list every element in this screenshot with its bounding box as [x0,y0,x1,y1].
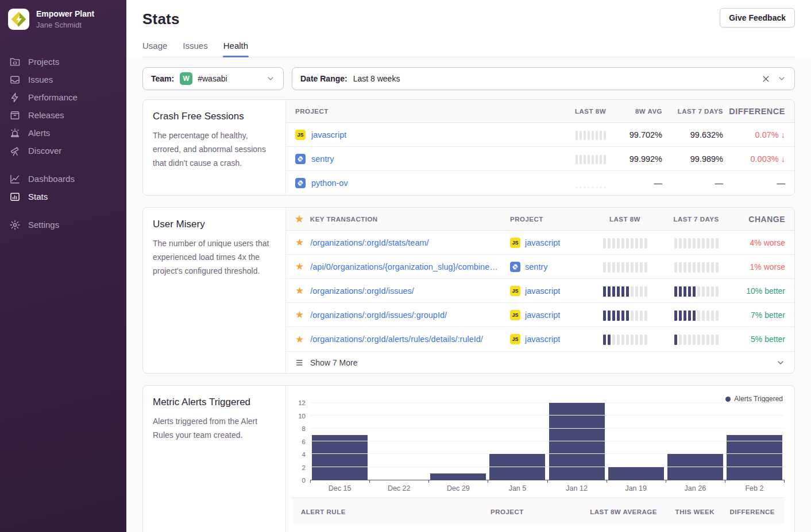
column-change: CHANGE [725,215,785,224]
crash-free-sessions-panel: Crash Free Sessions The percentage of he… [142,99,795,196]
sidebar-item-releases[interactable]: Releases [0,106,126,124]
chevron-down-icon[interactable] [266,74,275,83]
change-value: 10% better [725,286,785,296]
table-row: ★/api/0/organizations/{organization_slug… [286,255,794,279]
y-tick-label: 12 [298,399,306,406]
org-name: Empower Plant [36,9,94,20]
sidebar-item-label: Dashboards [28,174,75,184]
sidebar-item-label: Discover [28,146,61,156]
project-link[interactable]: sentry [311,154,334,164]
team-value: #wasabi [198,74,227,83]
panel-description: The percentage of healthy, errored, and … [153,129,276,170]
filter-bar: Team: W #wasabi Date Range: Last 8 weeks [142,67,795,90]
project-link[interactable]: javascript [525,335,560,344]
chevron-down-icon[interactable] [777,74,786,83]
sidebar-item-label: Performance [28,92,78,102]
column-last-8w: LAST 8W [596,216,654,223]
y-tick-label: 10 [298,413,306,420]
transaction-link[interactable]: /organizations/:orgId/alerts/rules/detai… [310,335,483,344]
javascript-icon: JS [510,310,520,320]
python-icon [510,262,520,272]
sidebar-item-projects[interactable]: Projects [0,53,126,71]
transaction-link[interactable]: /organizations/:orgId/issues/ [310,286,414,296]
date-range-value: Last 8 weeks [353,74,400,83]
last-7-days-value: 99.632% [662,130,723,139]
chevron-down-icon [776,358,785,367]
transaction-link[interactable]: /organizations/:orgId/stats/team/ [310,238,428,247]
metric-alerts-chart: Alerts Triggered 024681012 Dec 15Dec 22D… [286,386,794,532]
bar-jan-26 [667,454,723,480]
sidebar-item-label: Releases [28,110,64,120]
star-icon[interactable]: ★ [295,310,304,320]
panel-description: The number of unique users that experien… [153,236,276,278]
tab-issues[interactable]: Issues [183,41,207,57]
star-icon[interactable]: ★ [295,335,304,344]
star-icon[interactable]: ★ [295,238,304,247]
sidebar-item-dashboards[interactable]: Dashboards [0,170,126,188]
alert-rules-table-header: ALERT RULE PROJECT LAST 8W AVERAGE THIS … [292,498,784,524]
change-value: 1% worse [725,262,785,271]
misery-table-body: ★/organizations/:orgId/stats/team/JSjava… [286,231,794,351]
projects-icon [9,56,21,68]
sidebar-item-alerts[interactable]: Alerts [0,124,126,142]
table-row: ★/organizations/:orgId/issues/:groupId/J… [286,303,794,327]
transaction-link[interactable]: /organizations/:orgId/issues/:groupId/ [310,310,447,320]
team-select[interactable]: Team: W #wasabi [142,67,284,90]
sidebar-item-issues[interactable]: Issues [0,71,126,88]
project-link[interactable]: javascript [525,238,560,247]
column-project: PROJECT [491,508,559,515]
project-link[interactable]: sentry [525,262,548,271]
sidebar-item-performance[interactable]: Performance [0,88,126,106]
main-area: Stats Give Feedback Usage Issues Health … [126,0,811,532]
python-icon [295,178,306,188]
x-tick-label: Jan 5 [488,484,547,492]
change-value: 7% better [725,310,785,320]
column-last-7-days: LAST 7 DAYS [667,216,725,223]
sidebar-item-label: Stats [28,192,48,201]
sidebar-item-stats[interactable]: Stats [0,188,126,205]
difference-value: 0.07% ↓ [723,130,785,139]
x-tick-label: Jan 12 [547,484,607,492]
sparkline [576,130,606,140]
x-tick-label: Dec 15 [310,484,369,492]
date-range-label: Date Range: [300,74,347,83]
avg-value: — [606,178,662,188]
star-icon: ★ [295,215,304,224]
org-switcher[interactable]: Empower Plant Jane Schmidt [0,0,126,38]
star-icon[interactable]: ★ [295,262,304,271]
sidebar-item-discover[interactable]: Discover [0,142,126,160]
sparkline [576,178,606,188]
y-tick-label: 6 [302,438,306,445]
project-link[interactable]: javascript [311,130,346,139]
tab-health[interactable]: Health [223,41,248,57]
bar-sparkline [674,333,719,345]
x-tick-label: Jan 19 [607,484,666,492]
alerts-icon [9,127,21,139]
project-link[interactable]: javascript [525,286,560,296]
project-link[interactable]: python-ov [311,178,348,188]
column-difference: DIFFERENCE [723,107,785,116]
bar-jan-12 [549,403,605,480]
bar-dec-15 [312,435,368,480]
column-this-week: THIS WEEK [657,508,715,515]
last-7-days-value: 99.989% [662,154,723,164]
column-last-8w-average: LAST 8W AVERAGE [559,508,657,515]
dashboards-icon [9,173,21,185]
transaction-link[interactable]: /api/0/organizations/{organization_slug}… [310,262,497,271]
sidebar-item-settings[interactable]: Settings [0,216,126,234]
date-range-select[interactable]: Date Range: Last 8 weeks [292,67,795,90]
show-more-button[interactable]: Show 7 More [286,351,794,373]
tab-usage[interactable]: Usage [142,41,167,57]
bar-sparkline [674,261,719,273]
sidebar: Empower Plant Jane Schmidt ProjectsIssue… [0,0,126,532]
star-icon[interactable]: ★ [295,286,304,296]
metric-alerts-panel: Metric Alerts Triggered Alerts triggered… [142,385,795,532]
javascript-icon: JS [510,334,520,344]
clear-icon[interactable] [762,75,770,83]
sidebar-nav: ProjectsIssuesPerformanceReleasesAlertsD… [0,53,126,234]
project-link[interactable]: javascript [525,310,560,320]
show-more-label: Show 7 More [310,358,357,367]
give-feedback-button[interactable]: Give Feedback [720,8,795,28]
content: Team: W #wasabi Date Range: Last 8 weeks [126,57,811,532]
sidebar-item-label: Alerts [28,128,50,138]
